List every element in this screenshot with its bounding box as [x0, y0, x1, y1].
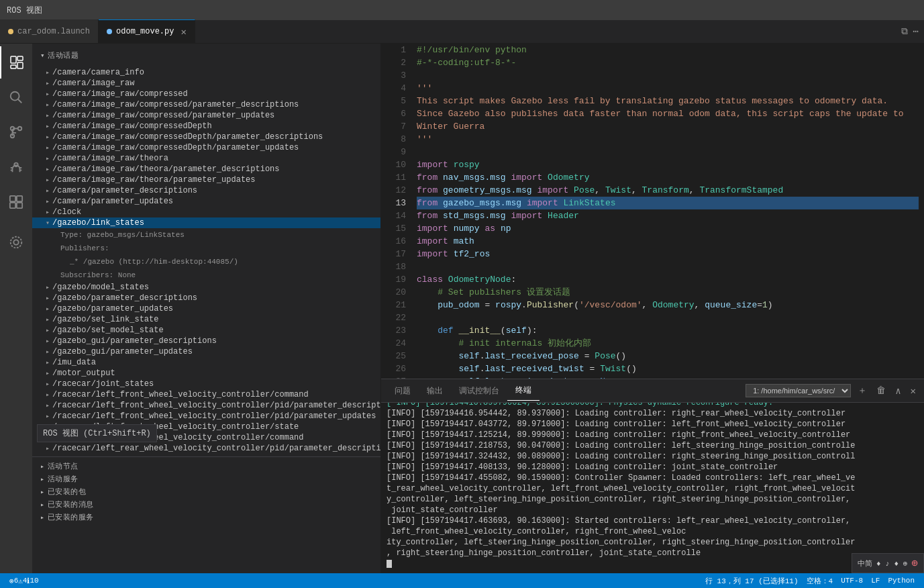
sidebar-section-active-nodes[interactable]: ▸活动节点: [32, 460, 380, 473]
sidebar-item-racecar-left-front-pid-upd[interactable]: ▸/racecar/left_front_wheel_velocity_cont…: [32, 411, 380, 422]
terminal-line-8: [INFO] [1597194417.408133, 90.128000]: L…: [387, 462, 919, 473]
terminal-line-4: [INFO] [1597194417.043772, 89.971000]: L…: [387, 419, 919, 430]
sidebar-item-gazebo-parameter-descriptions[interactable]: ▸/gazebo/parameter_descriptions: [32, 293, 380, 303]
code-editor[interactable]: 1234567891011121314151617181920212223242…: [381, 44, 924, 379]
status-language[interactable]: Python: [884, 573, 919, 588]
sidebar-item-racecar-left-rear-cmd[interactable]: ▸/racecar/left_rear_wheel_velocity_contr…: [32, 432, 380, 443]
panel-tabs: 问题 输出 调试控制台 终端 1: /home/him/car_ws/src/ …: [381, 379, 924, 403]
sidebar-item-racecar-left-front-cmd[interactable]: ▸/racecar/left_front_wheel_velocity_cont…: [32, 389, 380, 400]
sidebar-item-camera-info[interactable]: ▸/camera/camera_info: [32, 67, 380, 78]
line-num-17: 17: [384, 248, 406, 260]
sidebar-item-gazebo-parameter-updates[interactable]: ▸/gazebo/parameter_updates: [32, 303, 380, 314]
sidebar-item-motor-output[interactable]: ▸/motor_output: [32, 368, 380, 379]
tree-arrow-gazebo-set-model-state: ▸: [46, 326, 50, 334]
sidebar-item-gazebo-link-states-pub-val[interactable]: _* /gazebo (http://him-desktop:44085/): [32, 255, 380, 268]
tree-arrow-racecar-left-front-cmd: ▸: [46, 391, 50, 399]
activity-icon-debug[interactable]: [0, 151, 32, 183]
panel-tab-debug-console[interactable]: 调试控制台: [451, 381, 507, 401]
error-icon: ⊗: [9, 577, 14, 585]
sidebar-item-camera-image-raw-compressedDepth[interactable]: ▸/camera/image_raw/compressedDepth: [32, 121, 380, 132]
status-spaces[interactable]: 空格：4: [803, 573, 837, 588]
sidebar-tree[interactable]: ▸/camera/camera_info▸/camera/image_raw▸/…: [32, 67, 380, 573]
activity-icon-explorer[interactable]: [0, 46, 32, 79]
sidebar-item-gazebo-set-link-state[interactable]: ▸/gazebo/set_link_state: [32, 314, 380, 325]
line-num-20: 20: [384, 286, 406, 299]
status-position[interactable]: 行 13，列 17 (已选择11): [701, 573, 803, 588]
tab-label-car-odom: car_odom.launch: [17, 27, 90, 36]
sidebar-item-gazebo-set-model-state[interactable]: ▸/gazebo/set_model_state: [32, 325, 380, 336]
tree-arrow-gazebo-parameter-updates: ▸: [46, 305, 50, 313]
system-tray-icon[interactable]: ⊕: [911, 556, 918, 570]
code-line-13: from gazebo_msgs.msg import LinkStates: [417, 197, 919, 209]
activity-icon-search[interactable]: [0, 81, 32, 113]
panel-up-btn[interactable]: ∧: [892, 384, 903, 398]
tab-close-odom-move[interactable]: ✕: [181, 26, 186, 38]
sidebar-item-gazebo-link-states-pub[interactable]: Publishers:: [32, 242, 380, 255]
status-errors[interactable]: ⊗ 6 ⚠ 4 ℹ 10: [5, 573, 43, 588]
tree-arrow-racecar-left-front-pid-desc: ▸: [46, 401, 50, 409]
code-line-14: from std_msgs.msg import Header: [417, 209, 919, 222]
status-encoding[interactable]: UTF-8: [837, 573, 867, 588]
sidebar-item-camera-parameter-updates[interactable]: ▸/camera/parameter_updates: [32, 196, 380, 207]
panel-actions: 1: /home/him/car_ws/src/ ＋ 🗑 ∧ ✕: [746, 383, 919, 398]
svg-point-4: [11, 92, 19, 101]
sidebar-item-racecar-left-front-state[interactable]: ▸/racecar/left_front_wheel_velocity_cont…: [32, 422, 380, 432]
line-num-1: 1: [384, 44, 406, 56]
main-area: ROS 视图 (Ctrl+Shift+R) ▾ 活动话题 ▸/camera/ca…: [0, 44, 924, 573]
sidebar-item-racecar-left-front-pid-desc[interactable]: ▸/racecar/left_front_wheel_velocity_cont…: [32, 400, 380, 411]
tree-label-racecar-left-front-state: /racecar/left_front_wheel_velocity_contr…: [52, 422, 299, 432]
panel-close-btn[interactable]: ✕: [908, 384, 919, 398]
tree-label-camera-image-raw-compressed-param-desc: /camera/image_raw/compressed/parameter_d…: [52, 100, 299, 109]
svg-rect-14: [10, 196, 15, 201]
line-num-12: 12: [384, 184, 406, 197]
sidebar-section-installed-messages[interactable]: ▸已安装的消息: [32, 498, 380, 511]
code-line-10: import rospy: [417, 158, 919, 171]
sidebar-item-camera-image-raw-compressedDepth-param-desc[interactable]: ▸/camera/image_raw/compressedDepth/param…: [32, 132, 380, 142]
code-content[interactable]: #!/usr/bin/env python#-*-coding:utf-8-*-…: [411, 44, 924, 379]
activity-icon-ros[interactable]: ROS 视图 (Ctrl+Shift+R): [0, 226, 32, 258]
tree-arrow-camera-parameter-updates: ▸: [46, 197, 50, 205]
sidebar-item-racecar-joint-states[interactable]: ▸/racecar/joint_states: [32, 379, 380, 389]
sidebar-item-camera-image-raw-theora-param-upd[interactable]: ▸/camera/image_raw/theora/parameter_upda…: [32, 175, 380, 185]
sidebar-section-active-services[interactable]: ▸活动服务: [32, 473, 380, 485]
sidebar-item-camera-image-raw-compressed-param-desc[interactable]: ▸/camera/image_raw/compressed/parameter_…: [32, 99, 380, 110]
panel-add-btn[interactable]: ＋: [855, 383, 870, 398]
sidebar-item-camera-image-raw[interactable]: ▸/camera/image_raw: [32, 78, 380, 89]
sidebar-item-camera-image-raw-theora-param-desc[interactable]: ▸/camera/image_raw/theora/parameter_desc…: [32, 164, 380, 175]
sidebar-item-gazebo-link-states-sub[interactable]: Subscribers: None: [32, 268, 380, 282]
sidebar-item-camera-image-raw-compressedDepth-param-upd[interactable]: ▸/camera/image_raw/compressedDepth/param…: [32, 142, 380, 153]
more-actions-icon[interactable]: ⋯: [913, 26, 919, 37]
sidebar-item-gazebo-link-states-type[interactable]: Type: gazebo_msgs/LinkStates: [32, 228, 380, 242]
sidebar-item-camera-image-raw-theora[interactable]: ▸/camera/image_raw/theora: [32, 153, 380, 164]
panel-trash-btn[interactable]: 🗑: [874, 384, 888, 397]
status-line-ending[interactable]: LF: [867, 573, 884, 588]
line-num-5: 5: [384, 95, 406, 107]
sidebar-item-racecar-left-rear-pid-desc[interactable]: ▸/racecar/left_rear_wheel_velocity_contr…: [32, 443, 380, 454]
terminal-content[interactable]: [urdf_spawner-5] process has finished cl…: [381, 403, 924, 573]
sidebar-item-gazebo-gui-parameter-updates[interactable]: ▸/gazebo_gui/parameter_updates: [32, 346, 380, 357]
tree-label-racecar-left-front-pid-desc: /racecar/left_front_wheel_velocity_contr…: [52, 401, 380, 410]
sidebar-item-imu-data[interactable]: ▸/imu_data: [32, 357, 380, 368]
svg-rect-2: [17, 62, 23, 68]
sidebar-item-gazebo-gui-parameter-descriptions[interactable]: ▸/gazebo_gui/parameter_descriptions: [32, 336, 380, 346]
tab-odom-move[interactable]: odom_move.py ✕: [99, 19, 195, 43]
sidebar-item-gazebo-link-states[interactable]: ▾/gazebo/link_states: [32, 217, 380, 228]
sidebar-section-installed-services[interactable]: ▸已安装的服务: [32, 511, 380, 524]
terminal-dropdown[interactable]: 1: /home/him/car_ws/src/: [746, 384, 851, 397]
sidebar-item-camera-image-raw-compressed-param-upd[interactable]: ▸/camera/image_raw/compressed/parameter_…: [32, 110, 380, 121]
line-num-23: 23: [384, 324, 406, 337]
panel-tab-output[interactable]: 输出: [419, 381, 451, 401]
activity-icon-source-control[interactable]: [0, 116, 32, 148]
sidebar-item-camera-image-raw-compressed[interactable]: ▸/camera/image_raw/compressed: [32, 89, 380, 99]
activity-icon-extensions[interactable]: [0, 186, 32, 218]
sidebar-item-clock[interactable]: ▸/clock: [32, 207, 380, 217]
panel-tab-terminal[interactable]: 终端: [507, 381, 540, 401]
split-editor-icon[interactable]: ⧉: [901, 26, 908, 37]
tree-label-racecar-joint-states: /racecar/joint_states: [52, 379, 154, 389]
tab-car-odom[interactable]: car_odom.launch: [0, 19, 99, 43]
sidebar-item-gazebo-model-states[interactable]: ▸/gazebo/model_states: [32, 282, 380, 293]
sidebar-item-camera-parameter-descriptions[interactable]: ▸/camera/parameter_descriptions: [32, 185, 380, 196]
sidebar-section-installed-packages[interactable]: ▸已安装的包: [32, 485, 380, 498]
panel-tab-issues[interactable]: 问题: [387, 381, 419, 401]
tree-arrow-camera-image-raw: ▸: [46, 79, 50, 87]
